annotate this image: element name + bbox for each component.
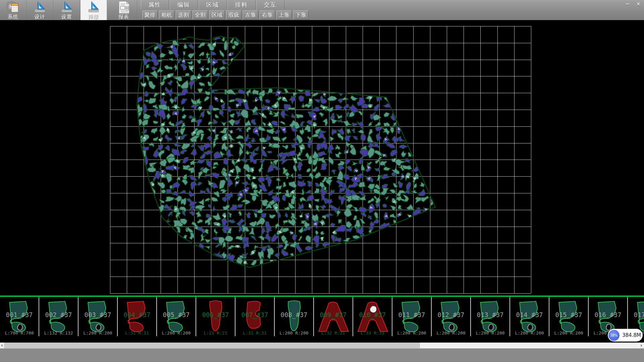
tool-button-cluster-nest[interactable]: 聚排: [142, 10, 158, 19]
menu-tab-interact[interactable]: 交互: [256, 0, 284, 9]
scroll-left-icon[interactable]: ‹: [0, 343, 4, 348]
part-shape-icon: [434, 298, 468, 335]
ruler-icon: [59, 1, 74, 14]
tool-button-select-cut[interactable]: 选割: [176, 10, 191, 19]
tool-button-snap-left[interactable]: 左靠: [243, 10, 258, 19]
ruler-icon: [33, 1, 47, 14]
status-bar: [0, 348, 644, 362]
app-tab-label: 设计: [35, 14, 45, 19]
part-shape-icon: [160, 298, 194, 335]
part-thumbnail[interactable]: 003_#37L:200 R:200: [78, 297, 118, 336]
part-shape-icon: [42, 298, 76, 335]
part-thumbnail[interactable]: 007_#37L:31 R:31: [235, 297, 275, 336]
gear-icon: [6, 1, 20, 14]
part-shape-icon: [395, 298, 429, 335]
memory-widget[interactable]: 38% 384.8M: [608, 329, 643, 342]
app-tab-design[interactable]: 设计: [27, 0, 53, 20]
part-shape-icon: [81, 298, 115, 335]
progress-percent: 38%: [610, 334, 618, 337]
menu-tab-edit[interactable]: 编辑: [170, 0, 198, 9]
part-thumbnail[interactable]: 005_#37L:200 R:200: [157, 297, 196, 336]
tool-button-defect[interactable]: 瑕疵: [226, 10, 241, 19]
menu-tab-nest[interactable]: 排料: [227, 0, 256, 9]
part-thumbnail[interactable]: 013_#37L:200 R:200: [471, 297, 510, 336]
tool-button-snap-top[interactable]: 上靠: [276, 10, 292, 19]
part-shape-icon: [317, 298, 351, 335]
scrollbar-thumb[interactable]: [4, 343, 420, 348]
part-shape-icon: [277, 298, 311, 335]
tool-button-snap-bottom[interactable]: 下靠: [293, 10, 309, 19]
nesting-canvas[interactable]: [0, 20, 644, 296]
part-thumbnail[interactable]: 008_#37L:200 R:200: [275, 297, 314, 336]
part-shape-icon: [513, 298, 547, 335]
app-tab-setting[interactable]: 设置: [54, 0, 80, 20]
menu-tab-properties[interactable]: 属性: [141, 0, 169, 9]
report-icon: [116, 1, 131, 14]
part-thumbnail[interactable]: 004_#37L:31 R:31: [118, 297, 157, 336]
app-tab-label: 排版: [88, 14, 99, 19]
part-thumbnail[interactable]: 009_#37L:32 R:31: [314, 297, 353, 336]
app-tab-report[interactable]: 报表: [111, 0, 137, 20]
part-shape-icon: [474, 298, 507, 335]
part-thumbnail[interactable]: 006_#37L:21 R:21: [196, 297, 235, 336]
parts-strip: 001_#37L:700 R:700002_#37L:132 R:132003_…: [0, 297, 644, 336]
close-button[interactable]: ✕: [633, 1, 643, 8]
part-thumbnail[interactable]: 001_#37L:700 R:700: [0, 297, 39, 336]
app-tab-label: 系统: [8, 14, 18, 19]
app-tab-label: 报表: [118, 14, 129, 19]
main-toolbar: 系统设计设置排版报表属性编辑区域排料交互聚排相机选割全割区域瑕疵左靠右靠上靠下靠…: [0, 0, 644, 20]
ruler-icon: [86, 1, 101, 14]
app-tab-label: 设置: [61, 14, 72, 19]
part-shape-icon: [199, 298, 233, 335]
tool-button-camera[interactable]: 相机: [159, 10, 174, 19]
part-thumbnail[interactable]: 010_#37L:33 R:33: [353, 297, 392, 336]
tool-button-cut-all[interactable]: 全割: [193, 10, 208, 19]
tool-button-snap-right[interactable]: 右靠: [260, 10, 275, 19]
part-shape-icon: [238, 298, 272, 335]
part-shape-icon: [3, 298, 37, 335]
part-thumbnail[interactable]: 015_#37L:200 R:200: [549, 297, 589, 336]
progress-circle-icon: 38%: [608, 330, 620, 341]
app-tab-nesting[interactable]: 排版: [80, 0, 107, 20]
part-shape-icon: [356, 298, 390, 335]
part-thumbnail[interactable]: 014_#37L:200 R:200: [510, 297, 549, 336]
scroll-right-icon[interactable]: ›: [639, 343, 643, 348]
memory-value: 384.8M: [622, 332, 641, 338]
part-thumbnail[interactable]: 002_#37L:132 R:132: [39, 297, 78, 336]
part-thumbnail[interactable]: 011_#37L:200 R:200: [392, 297, 432, 336]
application-window: 系统设计设置排版报表属性编辑区域排料交互聚排相机选割全割区域瑕疵左靠右靠上靠下靠…: [0, 0, 644, 362]
part-thumbnail[interactable]: 012_#37L:200 R:200: [432, 297, 471, 336]
horizontal-scrollbar[interactable]: ‹ ›: [0, 343, 644, 348]
app-tab-system[interactable]: 系统: [0, 0, 26, 20]
minimize-button[interactable]: −: [623, 1, 633, 8]
part-shape-icon: [552, 298, 586, 335]
tool-button-region[interactable]: 区域: [209, 10, 225, 19]
menu-tab-region[interactable]: 区域: [199, 0, 227, 9]
strip-accent-line: [0, 296, 644, 297]
part-shape-icon: [120, 298, 154, 335]
